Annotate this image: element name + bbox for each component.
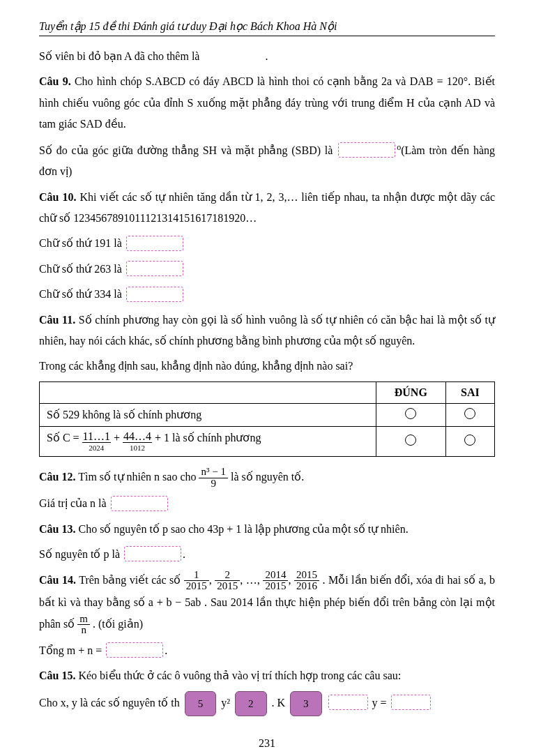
q13-s1: Cho số nguyên tố p sao cho 43p + 1 là lậ…	[75, 523, 408, 535]
q14-f2d: 2015	[215, 581, 240, 592]
q14-f3n: 2014	[263, 570, 288, 582]
q15-para1: Câu 15. Kéo biểu thức ở các ô vuông thả …	[39, 665, 495, 686]
q12-s1b: là số nguyên tố.	[228, 471, 304, 483]
q12-label: Câu 12.	[39, 471, 75, 483]
intro-text: Số viên bi đỏ bạn A đã cho thêm là .	[39, 46, 495, 67]
q9-label: Câu 9.	[39, 75, 71, 87]
q10-blank3[interactable]	[126, 287, 183, 302]
q11-ub1-top: 11…1	[82, 431, 111, 443]
q10-blank1[interactable]	[126, 236, 183, 251]
q12-frac-num: n³ − 1	[199, 467, 227, 478]
q11-ub2-top: 44…4	[123, 431, 152, 443]
q14-label: Câu 14.	[39, 574, 76, 586]
drag-token-2[interactable]: 2	[235, 691, 267, 717]
q14-s1a: Trên bảng viết các số	[76, 574, 184, 586]
q15-blank1[interactable]	[328, 695, 368, 710]
q15-label: Câu 15.	[39, 670, 75, 681]
q9-para1: Câu 9. Cho hình chóp S.ABCD có đáy ABCD …	[39, 71, 495, 135]
q15-s2c: . K	[272, 697, 286, 709]
q15-blank2[interactable]	[391, 695, 431, 710]
radio-true-2[interactable]	[405, 434, 416, 446]
page-number: 231	[39, 737, 495, 750]
q15-s2b: y²	[221, 697, 230, 709]
q9-para2: Số đo của góc giữa đường thẳng SH và mặt…	[39, 139, 495, 183]
q14-f4n: 2015	[294, 570, 319, 582]
q10-r1: Chữ số thứ 191 là	[39, 233, 495, 254]
table-row: Số C = 11…12024 + 44…41012 + 1 là số chí…	[40, 426, 495, 456]
q13-para1: Câu 13. Cho số nguyên tố p sao cho 43p +…	[39, 519, 495, 540]
q14-f3d: 2015	[263, 581, 288, 592]
q14-dots: , …,	[240, 574, 263, 586]
q13-blank[interactable]	[124, 546, 181, 561]
q11-row2-suf: + 1 là số chính phương	[152, 432, 261, 444]
q14-fmn-n: m	[77, 614, 90, 626]
q11-table: ĐÚNG SAI Số 529 không là số chính phương…	[39, 381, 495, 457]
q12-s1a: Tìm số tự nhiên n sao cho	[75, 471, 199, 483]
q10-blank2[interactable]	[126, 261, 183, 276]
q11-para1: Câu 11. Số chính phương hay còn gọi là s…	[39, 310, 495, 352]
q9-s1a: Cho hình chóp S.ABCD có đáy ABCD là hình…	[71, 75, 410, 87]
q11-ub1-bot: 2024	[82, 443, 111, 452]
q11-row2-text: Số C = 11…12024 + 44…41012 + 1 là số chí…	[40, 426, 376, 456]
q13-s2: Số nguyên tố p là	[39, 548, 120, 560]
q11-para2: Trong các khẳng định sau, khẳng định nào…	[39, 356, 495, 377]
q14-s1c: . (tối giản)	[90, 618, 143, 630]
q10-r1-text: Chữ số thứ 191 là	[39, 237, 122, 249]
radio-true-1[interactable]	[405, 408, 416, 419]
q10-r2-text: Chữ số thứ 263 là	[39, 263, 122, 275]
q10-r3-text: Chữ số thứ 334 là	[39, 288, 122, 300]
q11-ub2-bot: 1012	[123, 443, 152, 452]
header-rule	[39, 36, 495, 36]
q14-f1d: 2015	[184, 581, 209, 592]
q10-para1: Câu 10. Khi viết các số tự nhiên tăng dầ…	[39, 187, 495, 229]
q11-th-empty	[40, 381, 376, 403]
q11-row2-plus: +	[111, 432, 123, 444]
q12-blank[interactable]	[111, 496, 168, 511]
book-header: Tuyển tập 15 đề thi Đánh giá tư duy Đại …	[39, 20, 495, 33]
q14-s2: Tổng m + n =	[39, 644, 102, 656]
q11-row1-text: Số 529 không là số chính phương	[40, 403, 376, 426]
q10-r2: Chữ số thứ 263 là	[39, 259, 495, 280]
q15-s2d: y =	[372, 697, 390, 709]
q11-th-false: SAI	[445, 381, 494, 403]
q14-f1n: 1	[184, 570, 209, 582]
radio-false-1[interactable]	[464, 408, 475, 419]
q14-fmn-d: n	[77, 625, 90, 636]
q12-para1: Câu 12. Tìm số tự nhiên n sao cho n³ − 1…	[39, 467, 495, 490]
q11-row2-pre: Số C =	[47, 432, 82, 444]
q12-frac-den: 9	[199, 478, 227, 490]
q12-s2: Giá trị của n là	[39, 497, 107, 509]
intro-line: Số viên bi đỏ bạn A đã cho thêm là	[39, 50, 199, 62]
q9-blank[interactable]	[338, 142, 395, 158]
q11-th-true: ĐÚNG	[376, 381, 445, 403]
drag-token-3[interactable]: 3	[290, 691, 322, 717]
q13-label: Câu 13.	[39, 523, 75, 535]
q10-s1: Khi viết các số tự nhiên tăng dần từ 1, …	[39, 191, 495, 224]
drag-token-5[interactable]: 5	[185, 691, 217, 717]
q14-f4d: 2016	[294, 581, 319, 592]
q9-angle: DAB = 120°	[410, 75, 468, 87]
q14-blank[interactable]	[106, 642, 163, 658]
q11-s1: Số chính phương hay còn gọi là số hình v…	[39, 314, 495, 347]
q12-para2: Giá trị của n là	[39, 493, 495, 514]
q10-label: Câu 10.	[39, 191, 76, 203]
q15-s1: Kéo biểu thức ở các ô vuông thả vào vị t…	[75, 670, 401, 681]
q13-para2: Số nguyên tố p là .	[39, 544, 495, 565]
q15-para2: Cho x, y là các số nguyên tố th 5 y² 2 .…	[39, 691, 495, 717]
q14-para1: Câu 14. Trên bảng viết các số 12015, 220…	[39, 570, 495, 637]
q14-para2: Tổng m + n = .	[39, 640, 495, 661]
q14-f2n: 2	[215, 570, 240, 582]
q10-r3: Chữ số thứ 334 là	[39, 284, 495, 305]
q15-s2a: Cho x, y là các số nguyên tố th	[39, 697, 180, 709]
table-row: Số 529 không là số chính phương	[40, 403, 495, 426]
q11-label: Câu 11.	[39, 314, 75, 326]
q9-s2a: Số đo của góc giữa đường thẳng SH và mặt…	[39, 144, 337, 156]
radio-false-2[interactable]	[464, 434, 475, 446]
